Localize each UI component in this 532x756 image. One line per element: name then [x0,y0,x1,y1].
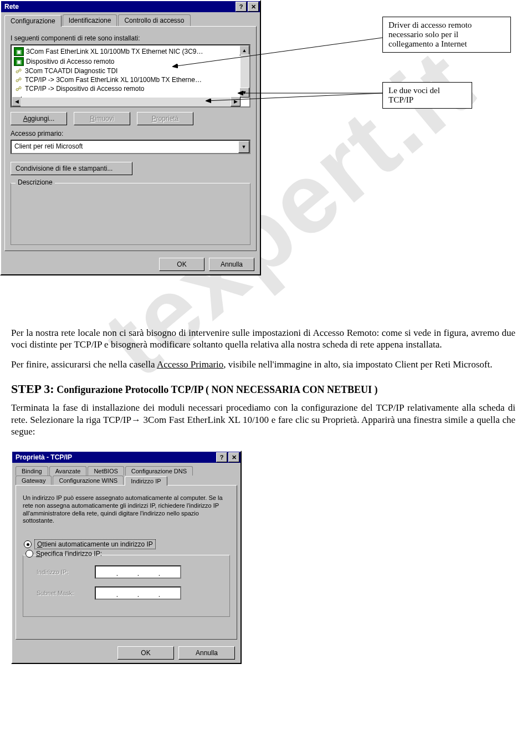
ip-address-field[interactable] [95,565,181,579]
paragraph: Per finire, assicurarsi che nella casell… [11,359,515,370]
tab-panel-indirizzo-ip: Un indirizzo IP può essere assegnato aut… [16,485,237,640]
callout-driver: Driver di accesso remoto necessario solo… [382,17,511,53]
article-body: Per la nostra rete locale non ci sarà bi… [0,310,532,451]
tab-avanzate[interactable]: Avanzate [49,466,87,476]
tab-binding[interactable]: Binding [16,466,48,476]
specify-ip-group: Specifica l'indirizzo IP: Indirizzo IP: … [23,555,230,617]
tab-config-dns[interactable]: Configurazione DNS [125,466,193,476]
ip-address-label: Indirizzo IP: [37,569,89,575]
cancel-button[interactable]: Annulla [178,646,235,660]
subnet-mask-label: Subnet Mask: [37,590,89,596]
dialog-tcpip-properties: Proprietà - TCP/IP ? ✕ Binding Avanzate … [11,451,242,664]
ip-info-text: Un indirizzo IP può essere assegnato aut… [23,494,230,525]
radio-auto-ip[interactable]: Ottieni automaticamente un indirizzo IP [24,539,229,549]
paragraph: Terminata la fase di installazione dei m… [11,402,515,437]
callout-driver-text: Driver di accesso remoto necessario solo… [388,21,472,48]
subnet-mask-field[interactable] [95,586,181,600]
svg-line-2 [206,93,382,101]
step3-heading: STEP 3: Configurazione Protocollo TCP/IP… [11,381,515,397]
titlebar-tcpip[interactable]: Proprietà - TCP/IP ? ✕ [12,452,241,463]
title-tcpip: Proprietà - TCP/IP [13,453,215,461]
radio-icon [24,540,32,548]
ok-button[interactable]: OK [117,646,174,660]
tab-indirizzo-ip[interactable]: Indirizzo IP [125,476,167,486]
paragraph: Per la nostra rete locale non ci sarà bi… [11,327,515,351]
callout-tcpip-text: Le due voci del TCP/IP [388,86,440,104]
tab-gateway[interactable]: Gateway [16,476,52,485]
tab-configurazione[interactable]: Configurazione [4,15,62,27]
radio-specify-ip[interactable]: Specifica l'indirizzo IP: [25,550,224,558]
callout-tcpip: Le due voci del TCP/IP [382,82,472,109]
link-accesso-primario: Accesso Primario [157,359,223,370]
tab-config-wins[interactable]: Configurazione WINS [53,476,124,485]
help-button[interactable]: ? [216,452,227,462]
svg-line-0 [173,38,382,67]
radio-icon [25,550,33,558]
tab-netbios[interactable]: NetBIOS [88,466,124,476]
close-button[interactable]: ✕ [228,452,239,462]
